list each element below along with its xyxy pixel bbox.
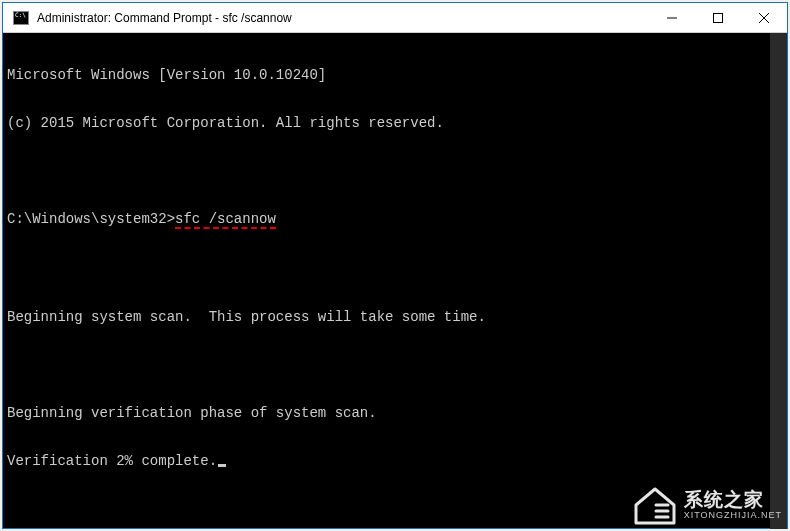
command-prompt-window: Administrator: Command Prompt - sfc /sca… xyxy=(2,2,788,529)
version-line: Microsoft Windows [Version 10.0.10240] xyxy=(7,67,783,83)
verify-phase-line: Beginning verification phase of system s… xyxy=(7,405,783,421)
copyright-line: (c) 2015 Microsoft Corporation. All righ… xyxy=(7,115,783,131)
prompt-path: C:\Windows\system32> xyxy=(7,211,175,227)
blank-line xyxy=(7,261,783,277)
scan-begin-line: Beginning system scan. This process will… xyxy=(7,309,783,325)
cursor xyxy=(218,464,226,467)
verify-progress-text: Verification 2% complete. xyxy=(7,453,217,469)
window-controls xyxy=(649,3,787,32)
svg-rect-1 xyxy=(714,13,723,22)
close-button[interactable] xyxy=(741,3,787,32)
maximize-button[interactable] xyxy=(695,3,741,32)
titlebar[interactable]: Administrator: Command Prompt - sfc /sca… xyxy=(3,3,787,33)
terminal-area[interactable]: Microsoft Windows [Version 10.0.10240] (… xyxy=(3,33,787,528)
typed-command: sfc /scannow xyxy=(175,211,276,229)
window-title: Administrator: Command Prompt - sfc /sca… xyxy=(37,11,649,25)
blank-line xyxy=(7,163,783,179)
cmd-icon xyxy=(11,9,31,27)
minimize-button[interactable] xyxy=(649,3,695,32)
blank-line xyxy=(7,357,783,373)
verify-progress-line: Verification 2% complete. xyxy=(7,453,783,469)
prompt-line: C:\Windows\system32>sfc /scannow xyxy=(7,211,783,229)
vertical-scrollbar[interactable] xyxy=(770,33,787,529)
